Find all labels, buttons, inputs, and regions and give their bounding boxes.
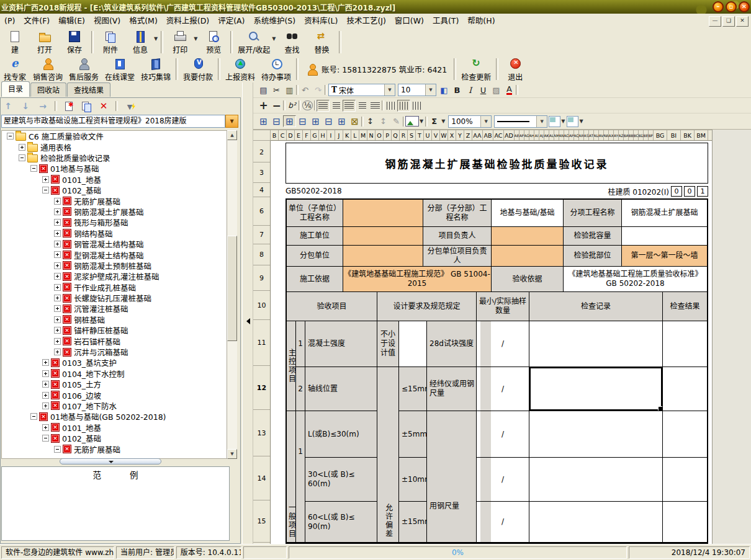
cell-division-label[interactable]: 分部（子分部）工程名称 xyxy=(423,200,492,227)
column-header-C[interactable]: C xyxy=(279,130,287,140)
cell-acceptance-basis-label[interactable]: 验收依据 xyxy=(492,267,564,292)
expand-icon[interactable] xyxy=(54,219,61,226)
tree-item[interactable]: 无筋扩展基础 xyxy=(2,195,227,206)
tree-item[interactable]: 沉井与沉箱基础 xyxy=(2,347,227,357)
toolbar-button-销售咨询[interactable]: 销售咨询 xyxy=(30,56,66,82)
tree-item[interactable]: 钢筋混凝土扩展基础 xyxy=(2,207,227,217)
formula-sum-icon[interactable] xyxy=(428,115,441,127)
expand-icon[interactable] xyxy=(54,284,61,291)
toolbar-button-技巧集锦[interactable]: 技巧集锦 xyxy=(138,56,174,82)
row-header-12[interactable]: 12 xyxy=(253,366,270,410)
column-header-E[interactable]: E xyxy=(295,130,303,140)
cell-sample[interactable]: / xyxy=(477,458,529,502)
cell-item-L60[interactable]: 30<L(或 B)≤ 60(m) xyxy=(305,458,377,502)
column-header-AI[interactable]: AI xyxy=(534,130,539,140)
cell-method-theodolite[interactable]: 经纬仪或用钢尺量 xyxy=(427,367,477,411)
cell-spec-5mm[interactable]: ±5mm xyxy=(399,411,427,458)
tab-目录[interactable]: 目录 xyxy=(1,81,30,97)
tree-item[interactable]: 0102_基础 xyxy=(2,185,227,195)
column-header-BI[interactable]: BI xyxy=(667,130,681,140)
collapse-icon[interactable] xyxy=(7,133,14,140)
cell-spec-15mm[interactable]: ≤15mm xyxy=(399,367,427,411)
menu-item-编辑(E)[interactable]: 编辑(E) xyxy=(54,14,89,28)
vertical-text-right-icon[interactable] xyxy=(410,100,423,112)
column-header-N[interactable]: N xyxy=(367,130,376,140)
column-header-AE[interactable]: AE xyxy=(515,130,519,140)
column-header-J[interactable]: J xyxy=(335,130,343,140)
header-check-item[interactable]: 验收项目 xyxy=(287,292,377,321)
cell-capacity-label[interactable]: 检验批容量 xyxy=(564,227,622,246)
collapse-icon[interactable] xyxy=(54,446,61,453)
cell-result[interactable] xyxy=(663,411,707,458)
move-down-icon[interactable] xyxy=(20,100,31,112)
cell-num[interactable]: 2 xyxy=(296,367,305,411)
split-cell-icon[interactable] xyxy=(270,115,283,127)
tree-item[interactable]: 0101_地基 xyxy=(2,174,227,185)
menu-item-评定(A)[interactable]: 评定(A) xyxy=(214,14,249,28)
cell-allowable-deviation[interactable]: 允许偏差 xyxy=(377,367,399,543)
insert-row-icon[interactable] xyxy=(296,115,309,127)
chevron-down-icon[interactable]: ▼ xyxy=(536,116,547,127)
cell-location-value[interactable]: 第一层～第一段～墙 xyxy=(622,246,707,267)
toolbar-button-展开/收起[interactable]: 展开/收起 xyxy=(235,29,273,56)
expand-icon[interactable] xyxy=(42,402,49,409)
cell-record[interactable] xyxy=(529,502,663,543)
column-header-AP[interactable]: AP xyxy=(569,130,574,140)
tree-item[interactable]: 岩石锚杆基础 xyxy=(2,336,227,346)
tree-item[interactable]: C6 施工质量验收文件 xyxy=(2,131,227,141)
chevron-down-icon[interactable]: ▼ xyxy=(154,36,158,42)
collapse-icon[interactable] xyxy=(19,154,25,161)
expand-icon[interactable] xyxy=(19,144,25,151)
expand-icon[interactable] xyxy=(54,230,61,237)
regulation-combobox[interactable]: 屋建筑与市政基础设施工程资料管理规程》2018房建版 ▼ xyxy=(1,115,238,128)
toolbar-button-我要付款[interactable]: 我要付款 xyxy=(180,56,216,82)
chevron-down-icon[interactable]: ▼ xyxy=(272,36,276,42)
expand-icon[interactable] xyxy=(54,198,61,205)
tree-item[interactable]: 0104_地下水控制 xyxy=(2,368,227,379)
column-header-P[interactable]: P xyxy=(384,130,392,140)
row-header-10[interactable]: 10 xyxy=(253,291,270,320)
toolbar-button-打开[interactable]: 打开 xyxy=(30,29,60,56)
chevron-down-icon[interactable]: ▼ xyxy=(561,118,565,124)
header-sample-count[interactable]: 最小/实际抽样数量 xyxy=(477,292,529,321)
fill-color-icon[interactable] xyxy=(438,84,451,96)
toolbar-button-在线课堂[interactable]: 在线课堂 xyxy=(102,56,138,82)
column-header-U[interactable]: U xyxy=(424,130,432,140)
cell-method-28d[interactable]: 28d试块强度 xyxy=(427,321,477,367)
column-header-AB[interactable]: AB xyxy=(483,130,493,140)
underline-icon[interactable] xyxy=(477,84,490,96)
code-box[interactable]: 0 xyxy=(684,186,695,197)
italic-icon[interactable] xyxy=(464,84,477,96)
mdi-minimize-icon[interactable]: — xyxy=(709,16,721,27)
expand-icon[interactable] xyxy=(42,176,49,183)
format-painter-icon[interactable] xyxy=(390,115,403,127)
combobox-dropdown-icon[interactable]: ▼ xyxy=(225,115,238,128)
expand-icon[interactable] xyxy=(42,381,49,388)
font-family-combobox[interactable]: T 宋体 ▼ xyxy=(328,84,395,96)
toolbar-button-预览[interactable]: 预览 xyxy=(199,29,228,56)
cell-result[interactable] xyxy=(663,458,707,502)
undo-icon[interactable] xyxy=(299,84,312,96)
row-height-auto-icon[interactable] xyxy=(377,115,390,127)
copy-node-icon[interactable] xyxy=(81,100,92,112)
menu-item-文件(F)[interactable]: 文件(F) xyxy=(19,14,54,28)
row-header-6[interactable]: 6 xyxy=(253,197,270,226)
vertical-text-left-icon[interactable] xyxy=(384,100,397,112)
row-header-3[interactable]: 3 xyxy=(253,162,270,183)
cell-construction-basis-label[interactable]: 施工依据 xyxy=(287,267,343,292)
cell-spec-10mm[interactable]: ±10mm xyxy=(399,458,427,502)
cell-num-group[interactable]: 1 xyxy=(296,411,305,543)
scroll-up-icon[interactable]: ▲ xyxy=(227,130,237,140)
column-header-G[interactable]: G xyxy=(311,130,319,140)
paste-icon[interactable] xyxy=(283,84,296,96)
scrollbar-thumb[interactable] xyxy=(227,236,237,341)
lock-cell-icon[interactable] xyxy=(348,115,361,127)
align-center-icon[interactable] xyxy=(343,100,356,112)
tree-item[interactable]: 型钢混凝土结构基础 xyxy=(2,249,227,260)
cell-location-label[interactable]: 检验批部位 xyxy=(564,246,622,267)
code-box[interactable]: 0 xyxy=(671,186,682,197)
tree-item[interactable]: 通用表格 xyxy=(2,141,227,152)
superscript-icon[interactable] xyxy=(286,100,299,112)
expand-icon[interactable] xyxy=(54,349,61,355)
cell-req-not-less-design[interactable]: 不小于设计值 xyxy=(377,321,399,367)
